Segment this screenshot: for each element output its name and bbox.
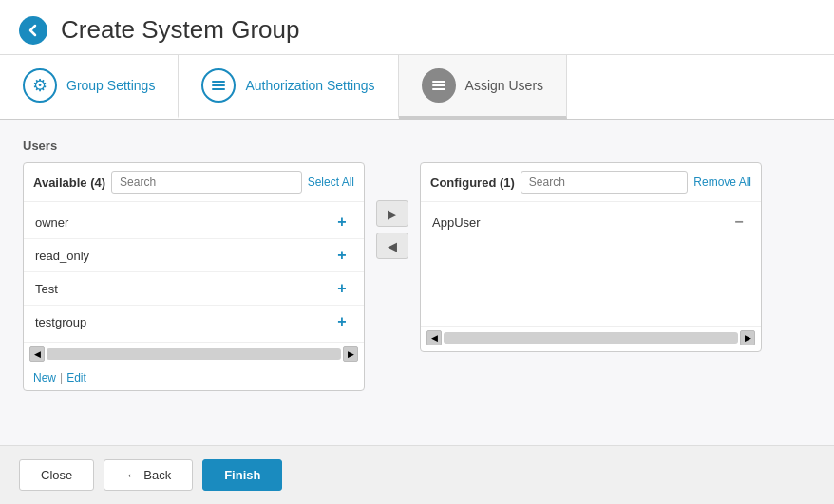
remove-appuser-button[interactable]: − <box>729 212 749 233</box>
page-footer: Close ← Back Finish <box>0 445 834 504</box>
list-item: read_only + <box>24 239 364 272</box>
finish-button[interactable]: Finish <box>202 459 282 491</box>
tab-group-settings[interactable]: ⚙ Group Settings <box>0 55 179 119</box>
close-button[interactable]: Close <box>19 459 94 491</box>
tabs-row: ⚙ Group Settings Authorization Settings <box>0 55 834 120</box>
back-button[interactable]: ← Back <box>104 459 193 491</box>
list-item: Test + <box>24 272 364 306</box>
available-panel-header: Available (4) Select All <box>24 163 364 202</box>
dual-panel: Available (4) Select All owner + read_on… <box>23 162 811 391</box>
svg-rect-4 <box>432 84 445 86</box>
list-item-name: owner <box>35 215 332 230</box>
scroll-right-arrow[interactable]: ▶ <box>343 346 358 362</box>
header-back-button[interactable] <box>19 16 47 45</box>
back-arrow-icon: ← <box>125 468 138 482</box>
edit-link[interactable]: Edit <box>66 371 86 384</box>
available-panel: Available (4) Select All owner + read_on… <box>23 162 365 391</box>
tab-auth-settings-label: Authorization Settings <box>245 78 374 93</box>
list-item-name: read_only <box>35 249 332 263</box>
available-scrollbar: ◀ ▶ <box>24 342 364 365</box>
tab-auth-settings[interactable]: Authorization Settings <box>179 55 398 119</box>
tab-group-settings-label: Group Settings <box>66 78 155 93</box>
add-testgroup-button[interactable]: + <box>332 311 352 332</box>
configured-scrollbar: ◀ ▶ <box>421 326 761 349</box>
available-panel-title: Available (4) <box>33 176 105 190</box>
svg-rect-1 <box>212 84 225 86</box>
svg-rect-0 <box>212 81 225 83</box>
section-label: Users <box>23 139 811 153</box>
scroll-left-arrow[interactable]: ◀ <box>29 346 45 362</box>
right-arrow-icon: ▶ <box>388 207 397 221</box>
footer-separator: | <box>60 371 63 384</box>
transfer-buttons: ▶ ◀ <box>365 200 420 259</box>
configured-panel-title: Configured (1) <box>430 176 515 190</box>
content-area: Users Available (4) Select All owner + r… <box>0 120 834 445</box>
configured-scroll-left-arrow[interactable]: ◀ <box>426 330 442 345</box>
list-item: AppUser − <box>421 206 761 238</box>
configured-scroll-right-arrow[interactable]: ▶ <box>740 330 755 345</box>
list-item: testgroup + <box>24 306 364 338</box>
svg-rect-3 <box>432 81 445 83</box>
available-panel-body: owner + read_only + Test + testgroup + <box>24 202 364 342</box>
configured-search-input[interactable] <box>521 171 688 194</box>
select-all-link[interactable]: Select All <box>308 176 354 189</box>
list-item-name: Test <box>35 282 332 296</box>
assign-users-icon <box>422 68 456 103</box>
list-item: owner + <box>24 206 364 239</box>
available-panel-footer: New | Edit <box>24 365 364 390</box>
list-item-name: AppUser <box>432 215 729 230</box>
add-owner-button[interactable]: + <box>332 212 352 233</box>
svg-rect-5 <box>432 88 445 90</box>
configured-scrollbar-track[interactable] <box>444 332 738 344</box>
add-read-only-button[interactable]: + <box>332 245 352 266</box>
back-button-label: Back <box>143 468 171 482</box>
available-search-input[interactable] <box>111 171 302 194</box>
remove-all-link[interactable]: Remove All <box>693 176 751 189</box>
scrollbar-track[interactable] <box>47 348 341 360</box>
transfer-right-button[interactable]: ▶ <box>376 200 408 227</box>
page-header: Create System Group <box>0 0 834 55</box>
configured-panel-header: Configured (1) Remove All <box>421 163 761 202</box>
new-link[interactable]: New <box>33 371 56 384</box>
tab-assign-users-label: Assign Users <box>465 78 543 93</box>
transfer-left-button[interactable]: ◀ <box>376 233 408 259</box>
list-item-name: testgroup <box>35 315 332 329</box>
add-test-button[interactable]: + <box>332 278 352 299</box>
tab-assign-users[interactable]: Assign Users <box>399 55 567 119</box>
page-title: Create System Group <box>61 15 299 45</box>
svg-rect-2 <box>212 88 225 90</box>
configured-panel: Configured (1) Remove All AppUser − ◀ ▶ <box>420 162 762 352</box>
configured-panel-body: AppUser − <box>421 202 761 326</box>
left-arrow-icon: ◀ <box>388 239 397 253</box>
group-settings-icon: ⚙ <box>23 68 57 103</box>
auth-settings-icon <box>201 68 236 103</box>
